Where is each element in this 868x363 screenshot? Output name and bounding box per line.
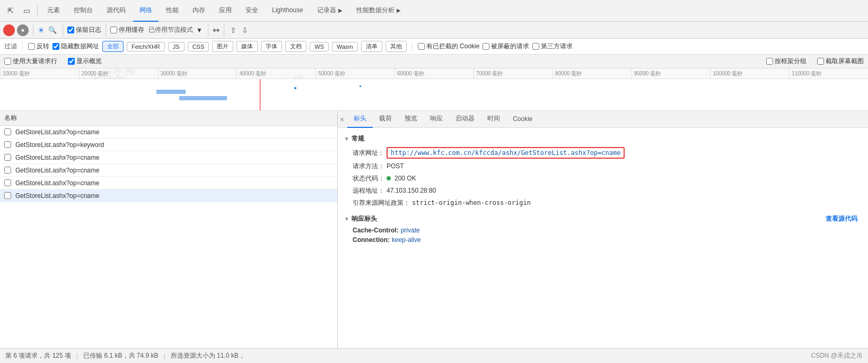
- detail-tab-cookies[interactable]: Cookie: [506, 111, 539, 128]
- request-item-1[interactable]: GetStoreList.ashx?op=keyword: [0, 139, 337, 151]
- filter-all[interactable]: 全部: [102, 41, 124, 52]
- request-checkbox-4[interactable]: [4, 179, 11, 186]
- tab-recorder[interactable]: 记录器 ▶: [311, 0, 349, 22]
- referrer-policy-row: 引荐来源网址政策： strict-origin-when-cross-origi…: [344, 197, 862, 209]
- hide-data-urls-checkbox[interactable]: 隐藏数据网址: [52, 42, 99, 51]
- tab-elements[interactable]: 元素: [41, 0, 66, 22]
- right-pane: × 标头 载荷 预览 响应 启动器 时间 Cookie ▼ 常规 请求网址： h…: [338, 111, 868, 348]
- tab-console[interactable]: 控制台: [67, 0, 99, 22]
- filter-sep-2: [412, 42, 413, 51]
- throttle-dropdown[interactable]: ▼: [195, 27, 204, 34]
- tick-70000: 70000 毫秒: [474, 68, 553, 79]
- filter-ws[interactable]: WS: [310, 42, 329, 51]
- disable-cache-checkbox[interactable]: 停用缓存: [110, 25, 144, 34]
- preserve-log-checkbox[interactable]: 保留日志: [67, 25, 101, 34]
- show-overview-checkbox[interactable]: 显示概览: [68, 57, 102, 66]
- tick-50000: 50000 毫秒: [315, 68, 394, 79]
- connection-value: keep-alive: [392, 236, 421, 244]
- request-checkbox-1[interactable]: [4, 141, 11, 148]
- request-checkbox-2[interactable]: [4, 154, 11, 161]
- detail-tab-headers[interactable]: 标头: [347, 111, 373, 128]
- request-name-2: GetStoreList.ashx?op=cname: [15, 154, 99, 161]
- tick-110000: 110000 毫秒: [789, 68, 868, 79]
- tab-sources[interactable]: 源代码: [100, 0, 132, 22]
- timeline-ruler: 10000 毫秒 20000 毫秒 30000 毫秒 40000 毫秒 5000…: [0, 68, 868, 79]
- status-code-label: 状态代码：: [353, 174, 384, 183]
- view-source-link[interactable]: 查看源代码: [826, 214, 862, 223]
- request-checkbox-3[interactable]: [4, 167, 11, 174]
- filter-wasm[interactable]: Wasm: [332, 42, 358, 51]
- detail-tab-response[interactable]: 响应: [424, 111, 449, 128]
- tab-lighthouse[interactable]: Lighthouse: [266, 0, 310, 22]
- select-element-icon[interactable]: ⇱: [3, 3, 18, 18]
- request-method-value: POST: [387, 162, 404, 170]
- request-method-label: 请求方法：: [353, 162, 384, 171]
- request-name-4: GetStoreList.ashx?op=cname: [15, 179, 99, 187]
- tab-network[interactable]: 网络: [133, 0, 159, 22]
- large-rows-checkbox[interactable]: 使用大量请求行: [4, 57, 57, 66]
- device-toolbar-icon[interactable]: ▭: [19, 3, 34, 18]
- requests-column-header: 名称: [0, 111, 337, 126]
- filter-other[interactable]: 其他: [385, 41, 407, 52]
- close-detail-button[interactable]: ×: [340, 115, 344, 124]
- recorder-icon: ▶: [338, 7, 343, 13]
- tab-performance[interactable]: 性能: [160, 0, 185, 22]
- toolbar-sep-2: [33, 24, 33, 37]
- general-section-header: ▼ 常规: [344, 132, 862, 145]
- request-item-0[interactable]: GetStoreList.ashx?op=cname: [0, 126, 337, 139]
- filter-doc[interactable]: 文档: [285, 41, 306, 52]
- blocked-cookies-checkbox[interactable]: 有已拦截的 Cookie: [418, 42, 480, 51]
- status-code-value: 200 OK: [394, 175, 416, 182]
- filter-css[interactable]: CSS: [188, 42, 209, 51]
- filter-js[interactable]: JS: [168, 42, 185, 51]
- request-item-2[interactable]: GetStoreList.ashx?op=cname: [0, 151, 337, 164]
- export-icon[interactable]: ⇩: [240, 26, 250, 34]
- filter-icon[interactable]: ☀: [38, 26, 45, 34]
- reverse-checkbox[interactable]: 反转: [28, 42, 49, 51]
- detail-tab-preview[interactable]: 预览: [398, 111, 424, 128]
- blocked-requests-checkbox[interactable]: 被屏蔽的请求: [483, 42, 529, 51]
- request-url-value: http://www.kfc.com.cn/kfccda/ashx/GetSto…: [387, 147, 625, 159]
- detail-tab-initiator[interactable]: 启动器: [449, 111, 481, 128]
- filter-media[interactable]: 媒体: [236, 41, 258, 52]
- request-checkbox-5[interactable]: [4, 192, 11, 199]
- timeline-bar-2: [179, 96, 227, 100]
- request-url-row: 请求网址： http://www.kfc.com.cn/kfccda/ashx/…: [344, 145, 862, 160]
- wifi-icon[interactable]: ↭: [213, 25, 220, 35]
- detail-tabs: × 标头 载荷 预览 响应 启动器 时间 Cookie: [338, 111, 868, 128]
- referrer-policy-label: 引荐来源网址政策：: [353, 198, 410, 208]
- connection-key: Connection:: [353, 236, 390, 244]
- request-item-4[interactable]: GetStoreList.ashx?op=cname: [0, 177, 337, 189]
- general-triangle: ▼: [344, 136, 349, 142]
- remote-address-value: 47.103.150.28:80: [387, 187, 436, 194]
- options-row: 使用大量请求行 显示概览 按框架分组 截取屏幕截图: [0, 55, 868, 68]
- tab-application[interactable]: 应用: [213, 0, 238, 22]
- request-item-5[interactable]: GetStoreList.ashx?op=cname: [0, 189, 337, 202]
- detail-tab-timing[interactable]: 时间: [481, 111, 506, 128]
- filter-img[interactable]: 图片: [212, 41, 233, 52]
- detail-tab-payload[interactable]: 载荷: [373, 111, 398, 128]
- tick-20000: 20000 毫秒: [79, 68, 158, 79]
- tab-security[interactable]: 安全: [239, 0, 265, 22]
- toolbar-sep-4: [106, 24, 106, 37]
- toolbar-sep-3: [63, 24, 63, 37]
- group-by-frame-checkbox[interactable]: 按框架分组: [766, 57, 806, 66]
- request-checkbox-0[interactable]: [4, 128, 11, 135]
- stop-icon: ■: [21, 28, 24, 33]
- response-headers-section: ▼ 响应标头 查看源代码 Cache-Control: private Conn…: [344, 212, 862, 245]
- record-button[interactable]: [3, 24, 15, 36]
- timeline-area: CSDN @禾戌之吊 CSDN @禾戌之吊 10000 毫秒 20000 毫秒 …: [0, 68, 868, 111]
- capture-screenshot-checkbox[interactable]: 截取屏幕截图: [817, 57, 864, 66]
- filter-font[interactable]: 字体: [261, 41, 282, 52]
- import-icon[interactable]: ⇧: [229, 26, 238, 34]
- search-icon[interactable]: 🔍: [47, 26, 58, 34]
- tab-performance-insights[interactable]: 性能数据分析 ▶: [350, 0, 407, 22]
- tab-memory[interactable]: 内存: [186, 0, 212, 22]
- filter-fetch-xhr[interactable]: Fetch/XHR: [127, 42, 165, 51]
- filter-manifest[interactable]: 清单: [361, 41, 382, 52]
- request-item-3[interactable]: GetStoreList.ashx?op=cname: [0, 164, 337, 177]
- third-party-checkbox[interactable]: 第三方请求: [532, 42, 573, 51]
- stop-button[interactable]: ■: [17, 24, 29, 36]
- tick-40000: 40000 毫秒: [236, 68, 315, 79]
- tick-100000: 100000 毫秒: [710, 68, 789, 79]
